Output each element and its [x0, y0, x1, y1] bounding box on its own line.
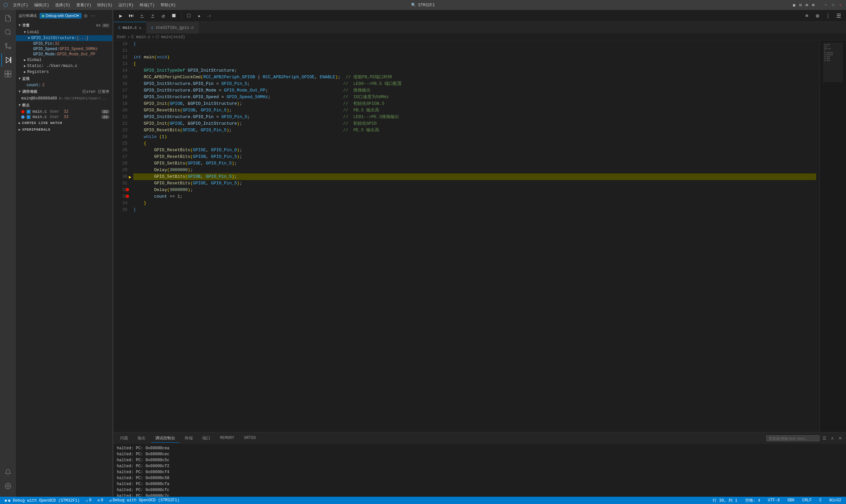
status-eol[interactable]: CRLF [801, 498, 813, 503]
status-lang[interactable]: C [818, 498, 823, 503]
breakpoints-header[interactable]: ▼ 断点 [16, 102, 112, 109]
local-item[interactable]: ▼ Local [16, 29, 112, 35]
panel-up-button[interactable]: ∧ [829, 435, 835, 441]
editor-settings-button[interactable]: ⚙ [813, 11, 822, 21]
panel-tab-debug-console[interactable]: 调试控制台 [151, 434, 179, 443]
panel-close-button[interactable]: ✕ [837, 435, 843, 441]
layout-icon-3[interactable]: ⊞ [806, 3, 808, 7]
xperipherals-header[interactable]: ▶ XPERIPHERALS [16, 126, 112, 133]
status-refresh-item[interactable]: ↺ Debug with OpenOCD (STM32F1) [108, 498, 181, 503]
minimize-button[interactable]: ─ [824, 3, 828, 7]
code-line-11 [134, 48, 816, 54]
menu-run[interactable]: 运行(R) [119, 2, 134, 8]
breadcrumb-file[interactable]: C main.c [131, 35, 151, 39]
debug-record-button[interactable]: □ [184, 11, 193, 21]
monitor-count-item[interactable]: count: 2 [16, 83, 112, 88]
menu-help[interactable]: 帮助(H) [161, 2, 176, 8]
line-num-14: 14 [116, 67, 127, 74]
line-num-13: 13 [116, 61, 127, 67]
panel-tab-output[interactable]: 输出 [134, 434, 149, 443]
status-error-item[interactable]: ⊘ 0 [96, 498, 105, 503]
breakpoint-item-2[interactable]: ✓ main.c User 33 33 [16, 114, 112, 120]
activity-scm[interactable] [1, 39, 15, 53]
bp-file-1: main.c [33, 109, 47, 114]
variables-header[interactable]: ▼ 变量 0x 0x [16, 21, 112, 29]
status-platform[interactable]: Win32 [828, 498, 843, 503]
bp-check-1[interactable]: ✓ [27, 110, 31, 114]
activity-settings[interactable] [1, 480, 15, 493]
hex-indicator: 0x [96, 23, 101, 28]
global-item[interactable]: ▶ Global [16, 57, 112, 63]
gpio-pin-item[interactable]: GPIO_Pin: 32 [16, 41, 112, 47]
debug-more-button[interactable]: ⋯ [90, 13, 96, 19]
activity-files[interactable] [1, 12, 15, 25]
menu-terminal[interactable]: 终端(T) [140, 2, 155, 8]
panel-tab-problems[interactable]: 问题 [116, 434, 132, 443]
app-logo: ⬡ [3, 2, 8, 8]
cortex-header[interactable]: ▶ CORTEX LIVE WATCH [16, 120, 112, 126]
layout-icon-1[interactable]: ▣ [793, 3, 795, 7]
tab-main-c[interactable]: C main.c ✕ [113, 22, 146, 34]
panel-tab-xrtos[interactable]: XRTOS [240, 434, 260, 442]
filter-list-button[interactable]: ☰ [821, 435, 828, 441]
monitor-header[interactable]: ▼ 监视 [16, 75, 112, 83]
tab-main-c-close[interactable]: ✕ [139, 25, 141, 31]
status-encoding-utf8[interactable]: UTF-8 [766, 498, 781, 503]
maximize-button[interactable]: □ [831, 3, 835, 7]
status-warning-icon: ⚠ [86, 498, 88, 503]
static-item[interactable]: ▶ Static: ./User/main.c [16, 63, 112, 69]
code-line-20: GPIO_ResetBits(GPIOB, GPIO_Pin_5); // PB… [134, 107, 816, 114]
layout-icon-4[interactable]: ⊠ [812, 3, 814, 7]
bp-check-2[interactable]: ✓ [27, 115, 31, 119]
menu-view[interactable]: 查看(V) [76, 2, 92, 8]
status-spaces[interactable]: 空格: 4 [744, 498, 762, 503]
gpio-speed-item[interactable]: GPIO_Speed: GPIO_Speed_50MHz [16, 47, 112, 52]
tab-gpio-c[interactable]: C stm32f10x_gpio.c [146, 22, 199, 34]
debug-step-into-button[interactable] [137, 11, 147, 21]
activity-debug[interactable] [1, 53, 15, 67]
gpio-struct-item[interactable]: ▼ GPIO_InitStructure: {...} [16, 35, 112, 41]
global-arrow: ▶ [24, 58, 26, 62]
activity-search[interactable] [1, 25, 15, 39]
activity-notifications[interactable] [1, 466, 15, 479]
bp-line-2: 33 [64, 115, 68, 119]
status-debug-session: Debug with OpenOCD (STM32F1) [112, 498, 179, 503]
panel-tab-memory[interactable]: MEMORY [216, 434, 238, 442]
panel-tab-terminal[interactable]: 终端 [181, 434, 197, 443]
call-stack-header[interactable]: ▼ 调用堆栈 已step 已暂停 [16, 88, 112, 95]
call-stack-main[interactable]: main@0x08000d00 D:/GC/STM32F1/User/... [16, 95, 112, 102]
code-line-35: } [134, 206, 816, 213]
code-content[interactable]: } int main(void) { GPIO_InitTypeDef GPIO… [130, 41, 819, 432]
menu-edit[interactable]: 编辑(E) [34, 2, 49, 8]
editor-menu-button[interactable]: ☰ [834, 11, 843, 21]
debug-step-out-button[interactable] [148, 11, 157, 21]
menu-select[interactable]: 选择(S) [55, 2, 70, 8]
activity-extensions[interactable] [1, 67, 15, 80]
debug-start-button[interactable]: ▶ Debug with OpenO▾ [39, 13, 82, 19]
menu-goto[interactable]: 转到(G) [97, 2, 112, 8]
breadcrumb-user[interactable]: User [117, 35, 126, 39]
gpio-mode-item[interactable]: GPIO_Mode: GPIO_Mode_Out_PP [16, 52, 112, 57]
close-button[interactable]: ✕ [838, 3, 843, 7]
editor-layout-button[interactable]: ⊞ [802, 11, 811, 21]
status-warning-item[interactable]: ⚠ 0 [84, 498, 92, 503]
debug-continue-button[interactable]: ▶ [116, 11, 125, 21]
debug-step-over-button[interactable]: ⏭ [127, 11, 136, 21]
menu-file[interactable]: 文件(F) [13, 2, 28, 8]
status-debug-item[interactable]: ◉ ◉ Debug with OpenOCD (STM32F1) [3, 498, 81, 503]
registers-item[interactable]: ▶ Registers [16, 69, 112, 75]
editor-more-button[interactable]: ⋮ [824, 11, 833, 21]
debug-settings-button[interactable]: ⚙ [83, 13, 89, 19]
code-line-25: { [134, 140, 816, 147]
debug-restart-button[interactable]: ↺ [159, 11, 168, 21]
layout-icon-2[interactable]: ⊟ [799, 3, 801, 7]
status-line-col[interactable]: 行 30, 列 1 [711, 498, 739, 503]
static-arrow: ▶ [24, 64, 26, 68]
breakpoint-item-1[interactable]: ✓ main.c User 32 32 [16, 109, 112, 114]
panel-tab-ports[interactable]: 端口 [198, 434, 214, 443]
breadcrumb-fn[interactable]: ⬡ main(void) [156, 35, 185, 39]
status-encoding-gbk[interactable]: GBK [786, 498, 796, 503]
filter-input[interactable] [766, 435, 819, 441]
debug-stop-button[interactable]: ⏹ [169, 11, 178, 21]
debug-play-button[interactable]: ▸ [195, 11, 204, 21]
